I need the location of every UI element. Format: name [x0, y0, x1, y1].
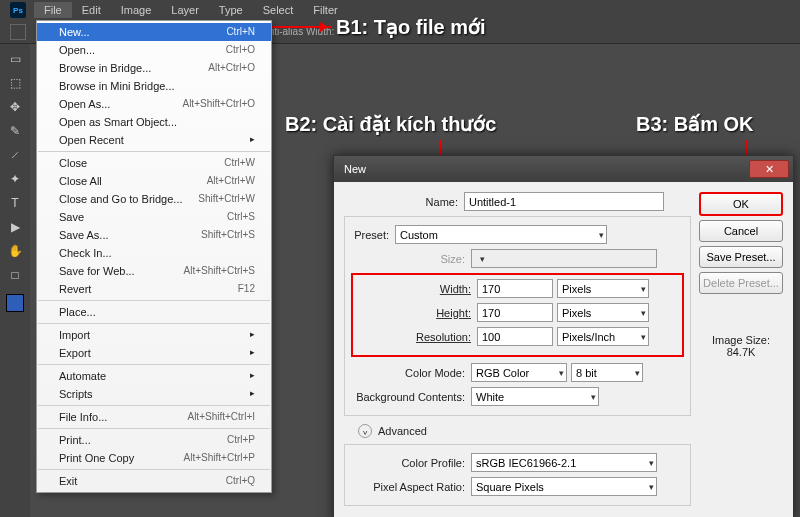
delete-preset-button: Delete Preset... — [699, 272, 783, 294]
width-field[interactable] — [477, 279, 553, 298]
cancel-button[interactable]: Cancel — [699, 220, 783, 242]
menu-item-open[interactable]: Open...Ctrl+O — [37, 41, 271, 59]
menu-item-browse-in-mini-bridge[interactable]: Browse in Mini Bridge... — [37, 77, 271, 95]
menu-item-place[interactable]: Place... — [37, 303, 271, 321]
menu-item-save-for-web[interactable]: Save for Web...Alt+Shift+Ctrl+S — [37, 262, 271, 280]
dimensions-group-highlight: Width: Pixels Height: Pixels Resolution:… — [351, 273, 684, 357]
menu-item-open-as-smart-object[interactable]: Open as Smart Object... — [37, 113, 271, 131]
tool-1[interactable]: ⬚ — [4, 72, 26, 94]
chevron-up-icon: ^ — [358, 424, 372, 438]
menu-separator — [38, 151, 270, 152]
resolution-unit-dropdown[interactable]: Pixels/Inch — [557, 327, 649, 346]
width-unit-dropdown[interactable]: Pixels — [557, 279, 649, 298]
preset-dropdown[interactable]: Custom — [395, 225, 607, 244]
annotation-b3: B3: Bấm OK — [636, 112, 754, 136]
height-unit-dropdown[interactable]: Pixels — [557, 303, 649, 322]
menu-item-new[interactable]: New...Ctrl+N — [37, 23, 271, 41]
size-dropdown — [471, 249, 657, 268]
tool-5[interactable]: ✦ — [4, 168, 26, 190]
annotation-b2: B2: Cài đặt kích thước — [285, 112, 496, 136]
tool-0[interactable]: ▭ — [4, 48, 26, 70]
tool-9[interactable]: □ — [4, 264, 26, 286]
close-icon[interactable]: ✕ — [749, 160, 789, 178]
menu-item-close-all[interactable]: Close AllAlt+Ctrl+W — [37, 172, 271, 190]
menu-edit[interactable]: Edit — [72, 2, 111, 18]
advanced-toggle[interactable]: ^ Advanced — [358, 424, 691, 438]
menu-item-save-as[interactable]: Save As...Shift+Ctrl+S — [37, 226, 271, 244]
menu-item-automate[interactable]: Automate — [37, 367, 271, 385]
ok-button[interactable]: OK — [699, 192, 783, 216]
par-dropdown[interactable]: Square Pixels — [471, 477, 657, 496]
menu-image[interactable]: Image — [111, 2, 162, 18]
height-field[interactable] — [477, 303, 553, 322]
par-label: Pixel Aspect Ratio: — [351, 481, 471, 493]
menu-item-revert[interactable]: RevertF12 — [37, 280, 271, 298]
color-profile-label: Color Profile: — [351, 457, 471, 469]
menu-item-export[interactable]: Export — [37, 344, 271, 362]
bg-contents-dropdown[interactable]: White — [471, 387, 599, 406]
arrow-b1 — [272, 26, 332, 28]
image-size-readout: Image Size: 84.7K — [699, 334, 783, 358]
menu-separator — [38, 405, 270, 406]
menu-layer[interactable]: Layer — [161, 2, 209, 18]
menu-separator — [38, 323, 270, 324]
bg-contents-label: Background Contents: — [351, 391, 471, 403]
menu-item-close[interactable]: CloseCtrl+W — [37, 154, 271, 172]
color-mode-label: Color Mode: — [351, 367, 471, 379]
width-label: Width: — [357, 283, 477, 295]
dialog-titlebar: New ✕ — [334, 156, 793, 182]
annotation-b1: B1: Tạo file mới — [336, 15, 486, 39]
height-label: Height: — [357, 307, 477, 319]
menu-item-check-in[interactable]: Check In... — [37, 244, 271, 262]
resolution-field[interactable] — [477, 327, 553, 346]
menu-separator — [38, 428, 270, 429]
menu-separator — [38, 364, 270, 365]
menu-item-file-info[interactable]: File Info...Alt+Shift+Ctrl+I — [37, 408, 271, 426]
app-logo: Ps — [10, 2, 26, 18]
color-profile-dropdown[interactable]: sRGB IEC61966-2.1 — [471, 453, 657, 472]
menu-item-save[interactable]: SaveCtrl+S — [37, 208, 271, 226]
name-label: Name: — [344, 196, 464, 208]
new-document-dialog: New ✕ Name: Preset: Custom Size: Widt — [333, 155, 794, 517]
save-preset-button[interactable]: Save Preset... — [699, 246, 783, 268]
dialog-title: New — [344, 163, 366, 175]
tools-panel: ▭⬚✥✎⟋✦T▶✋□ — [0, 44, 30, 517]
color-mode-dropdown[interactable]: RGB Color — [471, 363, 567, 382]
menu-type[interactable]: Type — [209, 2, 253, 18]
menu-item-scripts[interactable]: Scripts — [37, 385, 271, 403]
tool-2[interactable]: ✥ — [4, 96, 26, 118]
tool-7[interactable]: ▶ — [4, 216, 26, 238]
foreground-color-swatch[interactable] — [6, 294, 24, 312]
tool-3[interactable]: ✎ — [4, 120, 26, 142]
menu-item-print-one-copy[interactable]: Print One CopyAlt+Shift+Ctrl+P — [37, 449, 271, 467]
menu-select[interactable]: Select — [253, 2, 304, 18]
menu-item-browse-in-bridge[interactable]: Browse in Bridge...Alt+Ctrl+O — [37, 59, 271, 77]
bit-depth-dropdown[interactable]: 8 bit — [571, 363, 643, 382]
preset-label: Preset: — [351, 229, 395, 241]
menu-item-import[interactable]: Import — [37, 326, 271, 344]
menu-item-open-recent[interactable]: Open Recent — [37, 131, 271, 149]
name-field[interactable] — [464, 192, 664, 211]
menu-separator — [38, 300, 270, 301]
tool-4[interactable]: ⟋ — [4, 144, 26, 166]
menu-item-exit[interactable]: ExitCtrl+Q — [37, 472, 271, 490]
menu-item-close-and-go-to-bridge[interactable]: Close and Go to Bridge...Shift+Ctrl+W — [37, 190, 271, 208]
size-label: Size: — [351, 253, 471, 265]
menu-item-open-as[interactable]: Open As...Alt+Shift+Ctrl+O — [37, 95, 271, 113]
menu-item-print[interactable]: Print...Ctrl+P — [37, 431, 271, 449]
marquee-icon — [10, 24, 26, 40]
resolution-label: Resolution: — [357, 331, 477, 343]
tool-8[interactable]: ✋ — [4, 240, 26, 262]
menu-file[interactable]: File — [34, 2, 72, 18]
file-menu-dropdown: New...Ctrl+NOpen...Ctrl+OBrowse in Bridg… — [36, 20, 272, 493]
menu-separator — [38, 469, 270, 470]
tool-6[interactable]: T — [4, 192, 26, 214]
